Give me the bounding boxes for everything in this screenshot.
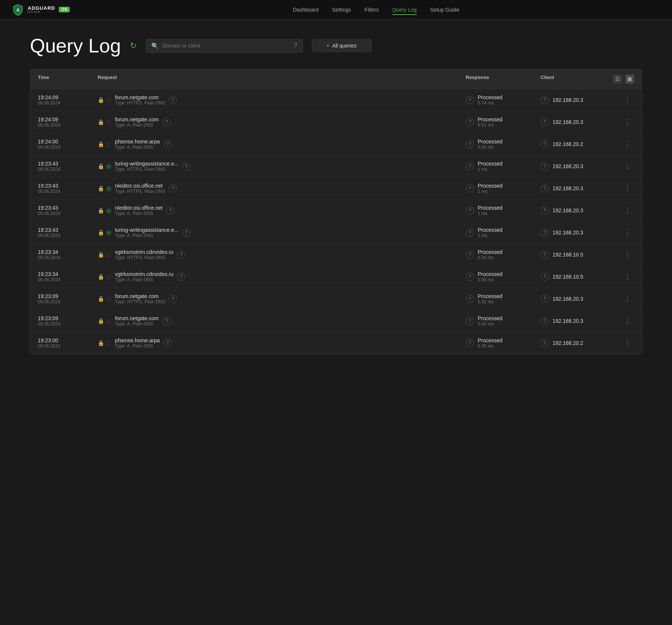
nav-setup-guide[interactable]: Setup Guide [430,7,459,13]
help-icon[interactable]: ? [294,42,297,49]
nav-settings[interactable]: Settings [332,7,351,13]
response-help-icon[interactable]: ? [466,96,474,104]
cell-request: 🔒 ◎ turing-writingassistance.e... Type: … [98,227,466,238]
refresh-icon[interactable]: ↻ [130,41,137,51]
response-help-icon[interactable]: ? [466,118,474,126]
request-icons: 🔒 ◌ [98,97,111,103]
request-type: Type: A, Plain DNS [115,233,179,238]
request-icons: 🔒 ◌ [98,340,111,346]
dns-icon: ◌ [106,119,111,125]
response-help-icon[interactable]: ? [466,317,474,325]
client-help-icon[interactable]: ? [541,162,549,170]
search-input[interactable] [162,43,290,49]
lock-icon: 🔒 [98,185,104,191]
lock-icon: 🔒 [98,252,104,258]
request-help-icon[interactable]: ? [166,206,174,215]
more-options-button[interactable]: ⋮ [621,161,634,172]
cell-request: 🔒 ◌ vgtrksmotrim.cdnvideo.ru Type: HTTPS… [98,249,466,260]
more-options-button[interactable]: ⋮ [621,227,634,238]
logo-text: ADGUARD HOME [28,6,55,14]
request-help-icon[interactable]: ? [182,162,191,170]
more-options-button[interactable]: ⋮ [621,271,634,282]
client-help-icon[interactable]: ? [541,140,549,148]
response-help-icon[interactable]: ? [466,251,474,259]
request-icons: 🔒 ◌ [98,273,111,280]
client-help-icon[interactable]: ? [541,295,549,303]
nav-filters[interactable]: Filters [365,7,379,13]
cell-actions: ⋮ [615,249,634,260]
more-options-button[interactable]: ⋮ [621,249,634,260]
response-info: Processed 0.56 ms [478,271,502,282]
cell-client: ? 192.168.20.3 [541,295,615,303]
view-detail-button[interactable]: ⊞ [625,75,634,84]
response-help-icon[interactable]: ? [466,162,474,170]
request-help-icon[interactable]: ? [164,339,172,347]
more-options-button[interactable]: ⋮ [621,94,634,106]
response-help-icon[interactable]: ? [466,295,474,303]
response-time: 0.56 ms [478,277,502,282]
client-help-icon[interactable]: ? [541,273,549,281]
response-help-icon[interactable]: ? [466,140,474,148]
request-help-icon[interactable]: ? [164,140,172,148]
cell-actions: ⋮ [615,293,634,304]
request-icons: 🔒 ◎ [98,163,111,170]
response-help-icon[interactable]: ? [466,273,474,281]
time-main: 19:24:00 [38,139,98,145]
dns-icon: ◌ [106,97,111,103]
request-type: Type: HTTPS, Plain DNS [115,255,173,260]
more-options-button[interactable]: ⋮ [621,337,634,349]
request-info: pfsense.home.arpa Type: A, Plain DNS [115,337,160,349]
more-options-button[interactable]: ⋮ [621,139,634,150]
cell-time: 19:23:09 06.06.2024 [38,293,98,304]
more-options-button[interactable]: ⋮ [621,183,634,194]
response-help-icon[interactable]: ? [466,339,474,347]
cell-client: ? 192.168.20.3 [541,206,615,215]
cell-response: ? Processed 0.32 ms [466,293,541,304]
client-help-icon[interactable]: ? [541,251,549,259]
nav-dashboard[interactable]: Dashboard [293,7,319,13]
view-list-button[interactable]: ☰ [613,75,622,84]
request-help-icon[interactable]: ? [169,96,177,104]
client-help-icon[interactable]: ? [541,96,549,104]
request-help-icon[interactable]: ? [169,295,177,303]
request-type: Type: A, Plain DNS [115,343,160,349]
client-help-icon[interactable]: ? [541,228,549,237]
more-options-button[interactable]: ⋮ [621,116,634,128]
lock-icon: 🔒 [98,318,104,324]
nav-query-log[interactable]: Query Log [392,7,417,15]
table-row: 19:23:00 06.06.2024 🔒 ◌ pfsense.home.arp… [30,332,642,354]
response-status: Processed [478,94,502,100]
request-help-icon[interactable]: ? [162,118,171,126]
request-info: turing-writingassistance.e... Type: HTTP… [115,161,179,172]
request-type: Type: HTTPS, Plain DNS [115,189,165,194]
request-help-icon[interactable]: ? [182,228,191,237]
client-help-icon[interactable]: ? [541,339,549,347]
svg-text:A: A [16,7,20,13]
cell-actions: ⋮ [615,183,634,194]
client-ip: 192.168.20.3 [553,119,583,125]
request-info: forum.netgate.com Type: HTTPS, Plain DNS [115,94,165,106]
client-help-icon[interactable]: ? [541,118,549,126]
response-time: 0.74 ms [478,100,502,106]
table-row: 19:23:43 06.06.2024 🔒 ◎ turing-writingas… [30,222,642,244]
more-options-button[interactable]: ⋮ [621,293,634,304]
response-help-icon[interactable]: ? [466,206,474,215]
client-help-icon[interactable]: ? [541,317,549,325]
request-help-icon[interactable]: ? [177,273,185,281]
more-options-button[interactable]: ⋮ [621,315,634,327]
request-help-icon[interactable]: ? [162,317,171,325]
table-row: 19:23:09 06.06.2024 🔒 ◌ forum.netgate.co… [30,288,642,310]
response-status: Processed [478,161,502,167]
time-date: 06.06.2024 [38,189,98,194]
cell-client: ? 192.168.20.3 [541,162,615,170]
response-help-icon[interactable]: ? [466,228,474,237]
client-help-icon[interactable]: ? [541,184,549,192]
more-options-button[interactable]: ⋮ [621,205,634,216]
response-help-icon[interactable]: ? [466,184,474,192]
table-body: 19:24:09 06.06.2024 🔒 ◌ forum.netgate.co… [30,89,642,354]
request-help-icon[interactable]: ? [177,251,185,259]
request-help-icon[interactable]: ? [169,184,177,192]
time-date: 06.06.2024 [38,299,98,304]
client-help-icon[interactable]: ? [541,206,549,215]
filter-button[interactable]: ▾ All queries [312,39,372,52]
